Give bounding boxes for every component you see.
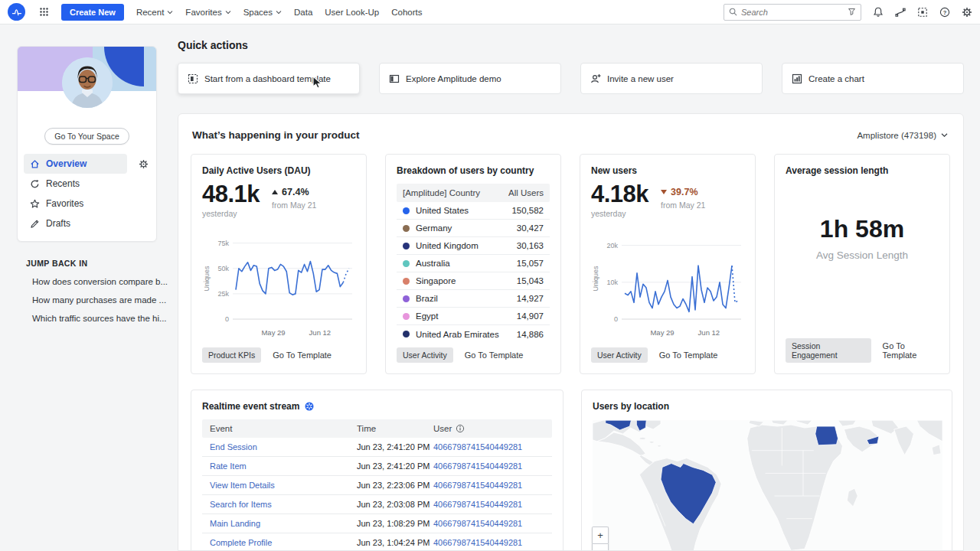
dau-line-chart: 75k50k25k0UniquesMay 29Jun 12 [202,230,355,347]
kpi-card-row: Daily Active Users (DAU) 48.1k yesterday… [191,154,950,374]
session-title: Average session length [786,165,939,176]
dashed-select-icon[interactable] [917,7,928,18]
dau-tag[interactable]: Product KPIs [202,347,261,363]
filter-funnel-icon[interactable] [848,8,856,16]
world-map[interactable] [593,419,941,551]
new-users-tag[interactable]: User Activity [591,347,648,363]
jump-item-traffic-sources[interactable]: Which traffic sources have the hi... [26,313,157,323]
country-tag[interactable]: User Activity [397,347,453,363]
menu-cohorts[interactable]: Cohorts [391,8,422,17]
map-zoom-out-button[interactable]: − [592,543,609,551]
sidebar-item-favorites[interactable]: Favorites [24,194,127,214]
svg-text:May 29: May 29 [261,328,285,337]
bell-icon[interactable] [873,7,884,18]
event-row: Complete ProfileJun 23, 1:04:24 PM406679… [202,533,552,551]
user-id-link[interactable]: 4066798741540449281 [433,538,544,547]
pathfinder-icon[interactable] [895,7,906,18]
user-id-link[interactable]: 4066798741540449281 [433,519,544,528]
menu-recent[interactable]: Recent [136,8,173,17]
country-row[interactable]: United Kingdom30,163 [397,237,550,255]
jump-back-in-title: JUMP BACK IN [26,259,157,268]
map-zoom-controls: + − [592,527,609,551]
sidebar-item-drafts[interactable]: Drafts [24,214,127,233]
pencil-icon [30,219,40,229]
series-dot [403,295,410,302]
country-row[interactable]: Singapore15,043 [397,272,550,290]
dau-delta: 67.4% [272,187,316,197]
quick-action-dashboard-template[interactable]: Start from a dashboard template [178,63,360,94]
event-link[interactable]: Rate Item [210,461,357,471]
create-new-button[interactable]: Create New [61,4,124,21]
event-row: View Item DetailsJun 23, 2:23:06 PM40667… [202,476,552,495]
new-users-template-link[interactable]: Go To Template [659,350,718,360]
quick-action-create-chart[interactable]: Create a chart [782,63,964,94]
country-template-link[interactable]: Go To Template [465,350,524,360]
svg-text:?: ? [943,8,947,15]
event-row: End SessionJun 23, 2:41:20 PM40667987415… [202,438,552,457]
live-indicator-icon [305,402,314,411]
chevron-down-icon [941,132,948,138]
event-link[interactable]: Complete Profile [210,538,357,547]
chevron-down-icon [225,10,231,15]
avatar[interactable] [62,57,113,108]
sidebar-item-recents[interactable]: Recents [24,174,127,194]
go-to-space-button[interactable]: Go To Your Space [44,128,129,145]
invite-user-icon [590,73,601,84]
menu-favorites[interactable]: Favorites [185,8,230,17]
help-icon[interactable]: ? [939,7,950,18]
info-icon[interactable] [456,424,465,433]
search-input[interactable] [741,8,844,17]
search-box[interactable] [724,4,861,21]
country-row[interactable]: Germany30,427 [397,220,550,237]
country-row[interactable]: Brazil14,927 [397,290,550,308]
user-id-link[interactable]: 4066798741540449281 [433,461,544,471]
jump-item-conversion[interactable]: How does conversion compare b... [26,276,157,286]
gear-icon[interactable] [962,7,972,18]
svg-text:May 29: May 29 [650,328,674,337]
event-table-header: Event Time User [202,419,552,438]
country-row[interactable]: Egypt14,907 [397,308,550,325]
svg-text:Uniques: Uniques [592,266,599,292]
user-id-link[interactable]: 4066798741540449281 [433,442,544,452]
quick-action-invite-user[interactable]: Invite a new user [580,63,763,94]
new-users-delta-caption: from May 21 [661,201,705,210]
country-row[interactable]: United Arab Emirates14,886 [397,325,550,343]
chevron-down-icon [167,10,173,15]
map-title: Users by location [593,401,941,412]
project-selector[interactable]: Amplistore (473198) [857,131,948,140]
dau-title: Daily Active Users (DAU) [202,165,355,176]
users-by-location-card: Users by location [581,390,952,551]
session-template-link[interactable]: Go To Template [883,341,939,360]
event-link[interactable]: Main Landing [210,519,357,528]
sidebar-item-overview[interactable]: Overview [24,154,127,174]
map-egypt-highlight [815,426,838,445]
jump-back-in-section: JUMP BACK IN How does conversion compare… [17,259,157,323]
dau-template-link[interactable]: Go To Template [273,350,332,360]
country-row[interactable]: United States150,582 [397,202,550,220]
sidebar-gear-icon[interactable] [139,158,149,172]
home-icon [30,159,40,169]
event-link[interactable]: Search for Items [210,500,357,509]
delta-down-icon [661,190,667,194]
menu-spaces[interactable]: Spaces [243,8,282,17]
series-dot [403,260,410,267]
menu-data[interactable]: Data [294,8,312,17]
series-dot [403,207,410,214]
country-row[interactable]: Australia15,057 [397,255,550,272]
event-link[interactable]: End Session [210,442,357,452]
country-breakdown-card: Breakdown of users by country [Amplitude… [385,154,561,374]
panel-title: What’s happening in your product [192,129,360,141]
app-grid-icon[interactable] [39,7,49,17]
map-zoom-in-button[interactable]: + [592,527,609,543]
menu-user-lookup[interactable]: User Look-Up [325,8,379,17]
new-users-card: New users 4.18k yesterday 39.7% from May… [580,154,756,374]
event-link[interactable]: View Item Details [210,481,357,490]
user-id-link[interactable]: 4066798741540449281 [433,500,544,509]
user-id-link[interactable]: 4066798741540449281 [433,481,544,490]
session-tag[interactable]: Session Engagement [786,338,871,363]
svg-text:0: 0 [225,315,229,323]
dau-value: 48.1k [202,182,260,206]
amplitude-logo-icon[interactable] [8,3,25,21]
quick-action-explore-demo[interactable]: Explore Amplitude demo [379,63,561,94]
jump-item-purchases[interactable]: How many purchases are made ... [26,295,157,305]
